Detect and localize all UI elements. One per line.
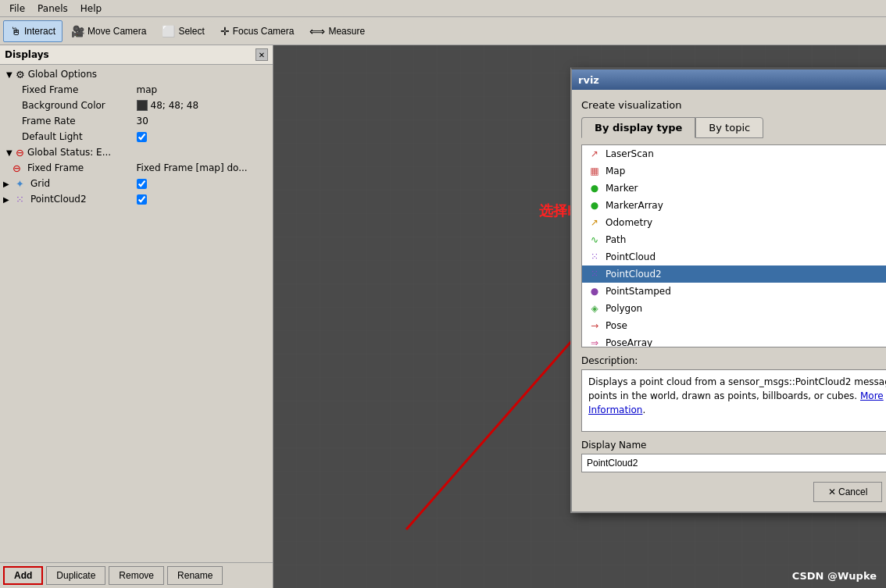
tree-item-default-light[interactable]: Default Light bbox=[0, 129, 273, 144]
description-box: Displays a point cloud from a sensor_msg… bbox=[581, 369, 886, 432]
display-name-label: Display Name bbox=[581, 440, 886, 451]
list-item-label: Pose bbox=[606, 320, 627, 331]
add-button[interactable]: Add bbox=[3, 566, 43, 585]
bg-color-label: Background Color bbox=[22, 100, 105, 111]
list-item[interactable]: ↗LaserScan bbox=[582, 145, 886, 162]
default-light-checkbox[interactable] bbox=[137, 132, 147, 142]
pc2-expand-arrow[interactable]: ▶ bbox=[3, 195, 13, 204]
measure-button[interactable]: ⟺ Measure bbox=[302, 20, 372, 42]
default-light-label: Default Light bbox=[22, 131, 83, 142]
displays-panel: Displays ✕ ▼ ⚙ Global Options Fixed Fram… bbox=[0, 45, 273, 588]
list-item-icon: ↗ bbox=[588, 148, 601, 159]
bg-color-swatch bbox=[137, 100, 148, 111]
pc2-checkbox[interactable] bbox=[137, 194, 147, 205]
list-item-label: PoseArray bbox=[606, 337, 652, 347]
grid-icon: ✦ bbox=[16, 178, 24, 190]
remove-button[interactable]: Remove bbox=[109, 566, 164, 585]
list-item[interactable]: ∿Path bbox=[582, 231, 886, 248]
list-item-icon: ⁙ bbox=[588, 251, 601, 262]
list-item[interactable]: →Pose bbox=[582, 317, 886, 334]
interact-button[interactable]: 🖱 Interact bbox=[3, 20, 63, 42]
toolbar: 🖱 Interact 🎥 Move Camera ⬜ Select ✛ Focu… bbox=[0, 17, 886, 45]
global-status-error-icon: ⊖ bbox=[16, 147, 24, 159]
cancel-button[interactable]: ✕ Cancel bbox=[813, 482, 883, 502]
list-item-label: PointCloud bbox=[606, 251, 656, 262]
visualization-list[interactable]: ↗LaserScan▦Map●Marker●MarkerArray↗Odomet… bbox=[581, 144, 886, 347]
grid-checkbox[interactable] bbox=[137, 179, 147, 189]
tree-item-fixed-frame[interactable]: Fixed Frame map bbox=[0, 82, 273, 98]
tab-bar: By display type By topic bbox=[581, 117, 886, 138]
list-item[interactable]: ●PointStamped bbox=[582, 283, 886, 300]
pc2-icon: ⁙ bbox=[16, 194, 24, 205]
list-item-label: Path bbox=[606, 234, 626, 245]
tree-item-bg-color[interactable]: Background Color 48; 48; 48 bbox=[0, 98, 273, 113]
fixed-frame-label: Fixed Frame bbox=[22, 84, 78, 95]
main-area: Displays ✕ ▼ ⚙ Global Options Fixed Fram… bbox=[0, 45, 886, 588]
modal-dialog: rviz ✕ Create visualization By display t… bbox=[570, 67, 886, 513]
tree-item-fixed-frame-status[interactable]: ⊖ Fixed Frame Fixed Frame [map] do... bbox=[0, 160, 273, 176]
list-item[interactable]: ●MarkerArray bbox=[582, 197, 886, 214]
tab-by-topic[interactable]: By topic bbox=[695, 117, 763, 138]
list-item-icon: ● bbox=[588, 183, 601, 194]
global-options-gear-icon: ⚙ bbox=[16, 69, 25, 80]
duplicate-button[interactable]: Duplicate bbox=[46, 566, 105, 585]
list-item[interactable]: ⁙PointCloud bbox=[582, 248, 886, 265]
viewport[interactable]: 选择bag包相同的topic类型 CSDN @Wupke rviz ✕ Crea… bbox=[273, 45, 886, 588]
tree-item-pointcloud2[interactable]: ▶ ⁙ PointCloud2 bbox=[0, 191, 273, 207]
list-item[interactable]: ▦Map bbox=[582, 162, 886, 180]
expand-global-options-arrow[interactable]: ▼ bbox=[6, 70, 16, 79]
list-item-icon: ⇒ bbox=[588, 337, 601, 347]
list-item[interactable]: ●Marker bbox=[582, 180, 886, 197]
fixed-frame-value: map bbox=[137, 84, 270, 95]
fixed-frame-status-label: Fixed Frame bbox=[27, 162, 84, 173]
move-camera-icon: 🎥 bbox=[71, 25, 84, 37]
focus-camera-button[interactable]: ✛ Focus Camera bbox=[213, 20, 302, 42]
tree-item-global-status[interactable]: ▼ ⊖ Global Status: E... bbox=[0, 144, 273, 160]
tree-item-frame-rate[interactable]: Frame Rate 30 bbox=[0, 113, 273, 129]
menubar: File Panels Help bbox=[0, 0, 886, 17]
list-item-icon: ◈ bbox=[588, 303, 601, 314]
global-options-label: Global Options bbox=[28, 69, 97, 80]
rename-button[interactable]: Rename bbox=[167, 566, 223, 585]
panel-bottom: Add Duplicate Remove Rename bbox=[0, 562, 273, 588]
modal-buttons: ✕ Cancel ✔ OK bbox=[581, 482, 886, 502]
tab-by-display-type[interactable]: By display type bbox=[581, 117, 695, 138]
panel-titlebar: Displays ✕ bbox=[0, 45, 273, 65]
create-vis-label: Create visualization bbox=[581, 99, 886, 111]
expand-global-status-arrow[interactable]: ▼ bbox=[6, 148, 16, 157]
list-item[interactable]: ↗Odometry bbox=[582, 214, 886, 231]
select-button[interactable]: ⬜ Select bbox=[155, 20, 211, 42]
modal-titlebar: rviz ✕ bbox=[572, 69, 886, 90]
panel-close-button[interactable]: ✕ bbox=[255, 48, 268, 61]
display-name-input[interactable] bbox=[581, 454, 886, 472]
description-text: Displays a point cloud from a sensor_msg… bbox=[588, 376, 886, 401]
list-item-label: PointStamped bbox=[606, 286, 671, 297]
move-camera-button[interactable]: 🎥 Move Camera bbox=[64, 20, 153, 42]
list-item[interactable]: ⇒PoseArray bbox=[582, 334, 886, 347]
frame-rate-value: 30 bbox=[137, 116, 270, 127]
tree-item-grid[interactable]: ▶ ✦ Grid bbox=[0, 176, 273, 191]
modal-body: Create visualization By display type By … bbox=[572, 90, 886, 511]
measure-icon: ⟺ bbox=[309, 25, 325, 37]
panel-title: Displays bbox=[5, 49, 49, 60]
grid-label: Grid bbox=[30, 178, 50, 189]
select-icon: ⬜ bbox=[162, 25, 175, 37]
tree-item-global-options[interactable]: ▼ ⚙ Global Options bbox=[0, 66, 273, 82]
focus-camera-icon: ✛ bbox=[220, 25, 230, 37]
fixed-frame-status-value: Fixed Frame [map] do... bbox=[137, 162, 270, 174]
list-item[interactable]: ◈Polygon bbox=[582, 300, 886, 317]
list-item-label: PointCloud2 bbox=[606, 269, 662, 280]
list-item[interactable]: ⁙PointCloud2 bbox=[582, 265, 886, 283]
frame-rate-label: Frame Rate bbox=[22, 116, 76, 127]
menu-help[interactable]: Help bbox=[74, 2, 108, 16]
menu-file[interactable]: File bbox=[3, 2, 31, 16]
menu-panels[interactable]: Panels bbox=[31, 2, 74, 16]
list-item-label: Marker bbox=[606, 183, 638, 194]
list-item-label: Map bbox=[606, 166, 625, 176]
modal-title: rviz bbox=[578, 74, 599, 86]
list-item-icon: ● bbox=[588, 286, 601, 297]
list-item-label: Odometry bbox=[606, 217, 652, 228]
list-item-label: LaserScan bbox=[606, 148, 654, 159]
pc2-label: PointCloud2 bbox=[30, 194, 87, 205]
grid-expand-arrow[interactable]: ▶ bbox=[3, 180, 13, 188]
